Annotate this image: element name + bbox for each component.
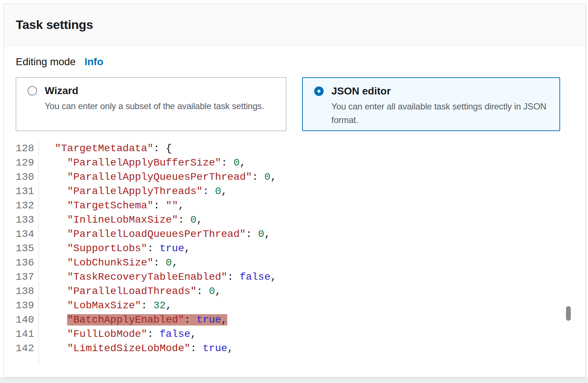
gutter-spacer (4, 356, 561, 364)
json-code-editor[interactable]: 128 "TargetMetadata": {129 "ParallelAppl… (4, 141, 561, 364)
code-line[interactable]: 140 "BatchApplyEnabled": true, (4, 313, 561, 327)
code-line-text: "FullLobMode": false, (39, 327, 196, 341)
code-line[interactable]: 137 "TaskRecoveryTableEnabled": false, (4, 270, 561, 284)
code-line[interactable]: 135 "SupportLobs": true, (4, 241, 561, 256)
panel-header: Task settings (4, 4, 585, 46)
wizard-option-title: Wizard (45, 85, 264, 97)
task-settings-panel: Task settings Editing mode Info Wizard Y… (3, 4, 586, 378)
line-number: 137 (4, 270, 39, 284)
code-line[interactable]: 130 "ParallelApplyQueuesPerThread": 0, (4, 170, 561, 184)
line-number: 129 (4, 156, 39, 170)
page-title: Task settings (16, 18, 93, 32)
line-number: 131 (4, 184, 39, 198)
wizard-radio-button[interactable] (27, 86, 37, 96)
code-line-text: "SupportLobs": true, (39, 241, 190, 256)
wizard-option-description: You can enter only a subset of the avail… (45, 99, 264, 113)
line-number: 139 (4, 298, 39, 313)
line-number: 135 (4, 241, 39, 256)
code-line[interactable]: 133 "InlineLobMaxSize": 0, (4, 213, 561, 227)
line-number: 133 (4, 213, 39, 227)
code-line-text: "ParallelApplyThreads": 0, (39, 184, 227, 198)
code-line[interactable]: 131 "ParallelApplyThreads": 0, (4, 184, 561, 198)
line-number: 141 (4, 327, 39, 341)
page: Task settings Editing mode Info Wizard Y… (0, 0, 588, 383)
editing-mode-row: Editing mode Info (16, 56, 103, 68)
code-line-text: "BatchApplyEnabled": true, (39, 313, 227, 327)
code-line[interactable]: 142 "LimitedSizeLobMode": true, (4, 341, 561, 356)
code-line-text: "TargetMetadata": { (39, 141, 172, 156)
line-number: 142 (4, 341, 39, 356)
option-card-wizard[interactable]: Wizard You can enter only a subset of th… (16, 77, 286, 131)
json-editor-option-title: JSON editor (331, 85, 551, 97)
wizard-option-text: Wizard You can enter only a subset of th… (45, 85, 264, 131)
page-background-strip (0, 378, 588, 383)
code-line-text: "TargetSchema": "", (39, 198, 184, 213)
json-editor-radio-button[interactable] (314, 86, 324, 96)
info-link[interactable]: Info (84, 56, 103, 68)
code-line-text: "TaskRecoveryTableEnabled": false, (39, 270, 277, 284)
scrollbar-thumb[interactable] (566, 306, 571, 321)
code-line-text: "LimitedSizeLobMode": true, (39, 341, 234, 356)
code-line[interactable]: 128 "TargetMetadata": { (4, 141, 561, 156)
line-number: 128 (4, 141, 39, 156)
editing-mode-label: Editing mode (16, 56, 76, 68)
code-line-text: "LobChunkSize": 0, (39, 256, 178, 270)
code-line-text: "ParallelLoadQueuesPerThread": 0, (39, 227, 271, 241)
line-number: 130 (4, 170, 39, 184)
code-line-text: "ParallelApplyBufferSize": 0, (39, 156, 246, 170)
option-card-json-editor[interactable]: JSON editor You can enter all available … (302, 77, 560, 131)
line-number: 140 (4, 313, 39, 327)
code-line-text: "ParallelLoadThreads": 0, (39, 284, 221, 298)
line-number: 136 (4, 256, 39, 270)
code-line[interactable]: 132 "TargetSchema": "", (4, 198, 561, 213)
code-line-text: "InlineLobMaxSize": 0, (39, 213, 203, 227)
code-line[interactable]: 141 "FullLobMode": false, (4, 327, 561, 341)
code-line-text: "ParallelApplyQueuesPerThread": 0, (39, 170, 277, 184)
json-editor-option-text: JSON editor You can enter all available … (331, 85, 551, 130)
line-number: 132 (4, 198, 39, 213)
highlighted-code: "BatchApplyEnabled": true, (67, 314, 227, 326)
code-line-text: "LobMaxSize": 32, (39, 298, 172, 313)
line-number: 134 (4, 227, 39, 241)
code-line[interactable]: 129 "ParallelApplyBufferSize": 0, (4, 156, 561, 170)
json-editor-option-description: You can enter all available task setting… (331, 100, 551, 127)
code-line[interactable]: 134 "ParallelLoadQueuesPerThread": 0, (4, 227, 561, 241)
code-line[interactable]: 139 "LobMaxSize": 32, (4, 298, 561, 313)
line-number: 138 (4, 284, 39, 298)
code-line[interactable]: 138 "ParallelLoadThreads": 0, (4, 284, 561, 298)
gutter-divider (4, 356, 39, 364)
code-line[interactable]: 136 "LobChunkSize": 0, (4, 256, 561, 270)
